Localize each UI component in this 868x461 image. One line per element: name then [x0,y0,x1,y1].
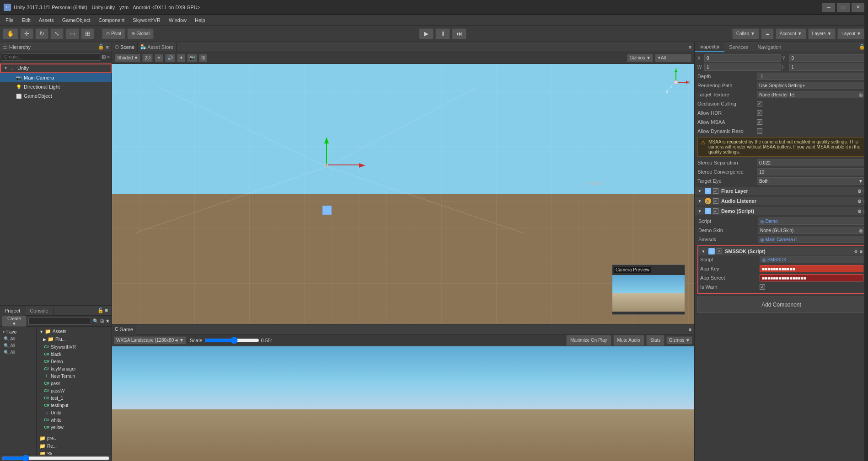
layout-button[interactable]: Layout ▼ [837,28,865,39]
menu-edit[interactable]: Edit [18,16,34,24]
hierarchy-item-directional-light[interactable]: 💡 Directional Light [0,82,112,91]
asset-folder-re[interactable]: 📁 Re... [38,442,111,450]
hierarchy-search-input[interactable] [2,53,100,61]
flare-layer-options-icon[interactable]: ⚙ [857,189,862,194]
project-zoom-slider[interactable] [2,456,110,460]
asset-testinput[interactable]: C# testInput [38,402,111,409]
asset-white[interactable]: C# white [38,416,111,424]
tab-game[interactable]: C Game [112,324,136,334]
demo-options-icon[interactable]: ⚙ [857,209,862,214]
rect-tool-button[interactable]: ▭ [65,28,79,39]
app-key-field[interactable] [760,265,863,272]
y-field[interactable] [789,54,866,62]
mute-audio-button[interactable]: Mute Audio [613,335,644,346]
account-button[interactable]: Account ▼ [776,28,806,39]
transform-tool-button[interactable]: ⊞ [81,28,94,39]
target-texture-circle[interactable]: ◎ [859,92,863,97]
stereo-separation-field[interactable] [757,159,865,166]
project-search-input[interactable] [28,318,91,325]
create-button[interactable]: Create ▼ [2,316,27,327]
depth-field[interactable] [757,73,865,80]
project-star-icon[interactable]: ★ [106,318,110,323]
smssdk-options-icon[interactable]: ⚙ [854,249,858,254]
w-field[interactable] [704,64,781,71]
menu-help[interactable]: Help [191,16,209,24]
hierarchy-item-unity[interactable]: ▼ ⬦ Unity [0,64,112,73]
rotate-tool-button[interactable]: ↻ [35,28,48,39]
close-button[interactable]: ✕ [852,3,864,12]
resolution-dropdown[interactable]: WXGA Landscape (1280x80◄ ▼ [114,336,186,344]
step-button[interactable]: ⏭ [452,28,466,39]
maximize-on-play-button[interactable]: Maximize On Play [566,335,611,346]
allow-hdr-checkbox[interactable] [757,110,762,116]
scene-object-cube[interactable] [322,206,332,215]
occlusion-culling-checkbox[interactable] [757,101,762,106]
audio-listener-enabled-checkbox[interactable] [713,198,718,204]
scene-view[interactable]: ≡ Back Camera Preview Y [112,64,694,324]
rendering-path-dropdown[interactable]: Use Graphics Setting÷ [757,82,865,89]
hierarchy-item-main-camera[interactable]: 📷 Main Camera [0,73,112,82]
scene-mode-button[interactable]: ⊞ [199,54,207,62]
asset-skyworthvr[interactable]: C# SkyworthVR [38,343,111,350]
hierarchy-menu-icon[interactable]: ≡ [106,44,109,50]
hierarchy-lock-icon[interactable]: 🔓 [98,44,104,50]
game-gizmos-dropdown[interactable]: Gizmos ▼ [666,336,692,344]
game-panel-menu[interactable]: ≡ [689,327,694,332]
global-button[interactable]: ⊕ Global [127,28,154,39]
menu-gameobject[interactable]: GameObject [59,16,94,24]
demo-script-section[interactable]: ▼ C Demo (Script) ⚙ ≡ [695,207,868,215]
asset-folder-plugins[interactable]: ▶ 📁 Plu... [38,335,111,343]
scene-panel-menu[interactable]: ≡ [689,44,694,50]
stats-button[interactable]: Stats [646,335,665,346]
menu-assets[interactable]: Assets [35,16,58,24]
smssdk-enabled-checkbox[interactable] [717,249,722,254]
menu-component[interactable]: Component [95,16,128,24]
tab-asset-store[interactable]: 🏪 Asset Store [138,42,177,52]
x-field[interactable] [704,54,781,62]
asset-test1[interactable]: C# test_1 [38,394,111,402]
menu-skyworthvr[interactable]: SkyworthVR [129,16,164,24]
h-field[interactable] [789,64,866,71]
asset-black[interactable]: C# black [38,350,111,358]
project-options-icon[interactable]: ⊞ [100,318,104,323]
menu-window[interactable]: Window [165,16,190,24]
smssdk-menu-icon[interactable]: ≡ [860,249,863,254]
hierarchy-options-icon[interactable]: ⊞ ≡ [102,54,110,59]
tab-project[interactable]: Project [0,306,25,316]
target-texture-dropdown[interactable]: None (Render Te: ◎ [757,91,865,98]
gizmos-dropdown[interactable]: Gizmos ▼ [627,54,653,62]
asset-yellow[interactable]: C# yellow [38,424,111,431]
2d-button[interactable]: 2D [142,54,153,62]
demo-skin-dropdown[interactable]: None (GUI Skin) ◎ [758,227,865,234]
hierarchy-item-gameobject[interactable]: ⬜ GameObject [0,91,112,101]
audio-listener-options-icon[interactable]: ⚙ [857,199,862,204]
tab-navigation[interactable]: Navigation [753,42,786,52]
asset-folder-pre[interactable]: 📁 pre... [38,435,111,442]
flare-layer-section[interactable]: ▼ F Flare Layer ⚙ ≡ [695,187,868,195]
cloud-button[interactable]: ☁ [761,28,774,39]
target-eye-dropdown[interactable]: Both ▼ [757,177,865,185]
scene-camera-button[interactable]: 📷 [187,54,197,62]
fx-button[interactable]: ✦ [177,54,185,62]
asset-folder-sk[interactable]: 📁 Sk... [38,450,111,455]
play-button[interactable]: ▶ [419,28,434,39]
lighting-button[interactable]: ☀ [155,54,163,62]
tab-inspector[interactable]: Inspector [695,42,724,52]
allow-dynamic-reso-checkbox[interactable] [757,128,762,134]
app-serect-field[interactable] [760,274,863,281]
tab-services[interactable]: Services [724,42,753,52]
asset-demo[interactable]: C# Demo [38,358,111,365]
demo-enabled-checkbox[interactable] [713,208,718,214]
assets-root-folder[interactable]: ▼ 📁 Assets [38,328,111,335]
favorites-all-3[interactable]: 🔍 All [0,349,36,356]
allow-msaa-checkbox[interactable] [757,119,762,125]
hand-tool-button[interactable]: ✋ [3,28,18,39]
asset-unity-scene[interactable]: ⬦ Unity [38,409,111,416]
menu-file[interactable]: File [2,16,17,24]
shading-dropdown[interactable]: Shaded ▼ [115,54,140,62]
audio-button[interactable]: 🔊 [165,54,175,62]
is-warn-checkbox[interactable] [760,284,765,290]
pause-button[interactable]: ⏸ [435,28,450,39]
search-bar[interactable]: ✦All [655,54,691,62]
layers-button[interactable]: Layers ▼ [808,28,836,39]
